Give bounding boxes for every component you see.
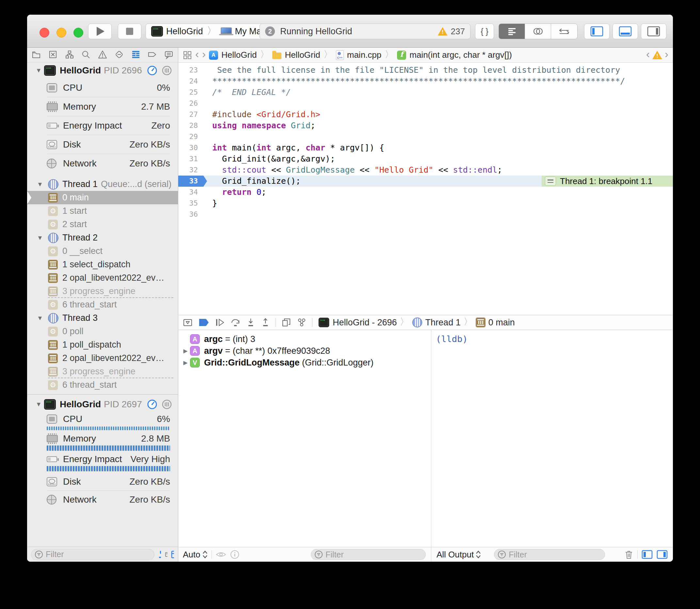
variable-row[interactable]: ▶Aargv = (char **) 0x7ffee9039c28 xyxy=(181,345,431,357)
code-line[interactable]: 25/* END LEGAL */ xyxy=(178,87,673,98)
run-button[interactable] xyxy=(88,23,112,39)
stack-frame-row[interactable]: 0 main xyxy=(27,191,178,204)
gauge-row-disk[interactable]: DiskZero KB/s xyxy=(47,473,170,490)
related-items-icon[interactable] xyxy=(183,51,192,60)
code-line[interactable]: 35} xyxy=(178,198,673,209)
disclosure-triangle[interactable]: ▶ xyxy=(181,348,190,354)
line-number[interactable]: 23 xyxy=(178,65,207,76)
process-row-2696[interactable]: ▼ HelloGrid PID 2696 xyxy=(27,63,178,78)
step-into-icon[interactable] xyxy=(246,317,255,327)
line-number[interactable]: 29 xyxy=(178,131,207,142)
debug-frame-crumb[interactable]: 0 main xyxy=(489,317,515,328)
console-filter-field[interactable] xyxy=(494,549,605,560)
next-issue-button[interactable]: › xyxy=(665,48,668,60)
threads-icon[interactable] xyxy=(161,65,172,76)
gauge-row-memory[interactable]: Memory2.8 MB xyxy=(47,432,170,446)
code-line[interactable]: 30int main(int argc, char * argv[]) { xyxy=(178,142,673,153)
variables-pane-toggle[interactable] xyxy=(642,550,653,559)
code-line[interactable]: 34 return 0; xyxy=(178,187,673,198)
code-line[interactable]: 29 xyxy=(178,131,673,142)
step-out-icon[interactable] xyxy=(261,317,270,327)
console-scope-selector[interactable]: All Output xyxy=(437,550,481,560)
report-navigator-tab[interactable] xyxy=(164,50,174,61)
navigator-filter-input[interactable] xyxy=(46,550,151,559)
navigator-toggle-button[interactable] xyxy=(584,23,610,39)
line-number[interactable]: 28 xyxy=(178,120,207,131)
grid-view-icon[interactable] xyxy=(170,550,174,559)
source-control-tab[interactable] xyxy=(48,50,58,61)
stack-frame-row[interactable]: 0 __select xyxy=(27,244,178,258)
stack-frame-row[interactable]: 3 progress_engine xyxy=(27,284,178,298)
variable-row[interactable]: ▶VGrid::GridLogMessage (Grid::GridLogger… xyxy=(181,357,431,368)
breadcrumb-group[interactable]: HelloGrid xyxy=(285,50,320,60)
gauge-row-cpu[interactable]: CPU6% xyxy=(47,412,170,426)
minimize-window-button[interactable] xyxy=(56,28,66,37)
stack-frame-row[interactable]: 2 opal_libevent2022_ev… xyxy=(27,271,178,284)
stack-frame-row[interactable]: 0 poll xyxy=(27,325,178,338)
flag-filter-icon[interactable] xyxy=(157,550,161,559)
annotation-list-icon[interactable] xyxy=(545,177,556,186)
variables-scope-selector[interactable]: Auto xyxy=(183,550,208,560)
step-over-icon[interactable] xyxy=(230,317,241,327)
disclosure-triangle[interactable]: ▼ xyxy=(37,315,45,322)
line-number[interactable]: 25 xyxy=(178,87,207,98)
code-line[interactable]: 32 std::cout << GridLogMessage << "Hello… xyxy=(178,164,673,176)
gauge-row-energy-impact[interactable]: Energy ImpactZero xyxy=(47,116,170,135)
memory-graph-icon[interactable] xyxy=(297,317,307,327)
variable-row[interactable]: Aargc = (int) 3 xyxy=(181,333,431,345)
stack-frame-row[interactable]: 6 thread_start xyxy=(27,298,178,311)
stop-button[interactable] xyxy=(118,23,141,39)
line-number[interactable]: 34 xyxy=(178,187,207,198)
stack-frame-row[interactable]: 2 opal_libevent2022_ev… xyxy=(27,351,178,365)
stack-frame-row[interactable]: 1 poll_dispatch xyxy=(27,338,178,351)
code-line[interactable]: 31 Grid_init(&argc,&argv); xyxy=(178,153,673,164)
previous-issue-button[interactable]: ‹ xyxy=(646,48,650,60)
debug-thread-crumb[interactable]: Thread 1 xyxy=(425,317,461,328)
activity-viewer[interactable]: 2 Running HelloGrid 237 xyxy=(259,23,471,39)
breadcrumb-project[interactable]: HelloGrid xyxy=(221,50,257,60)
continue-icon[interactable] xyxy=(215,318,225,327)
gauge-row-memory[interactable]: Memory2.7 MB xyxy=(47,97,170,116)
variables-filter-input[interactable] xyxy=(325,550,422,559)
assistant-editor-button[interactable] xyxy=(525,24,551,39)
debug-process-crumb[interactable]: HelloGrid - 2696 xyxy=(333,317,397,328)
gauge-row-network[interactable]: NetworkZero KB/s xyxy=(47,490,170,508)
process-row-2697[interactable]: ▼ HelloGrid PID 2697 xyxy=(27,397,178,412)
stack-frame-row[interactable]: 1 start xyxy=(27,204,178,218)
test-navigator-tab[interactable] xyxy=(114,50,124,61)
line-number[interactable]: 32 xyxy=(178,164,207,176)
disclosure-triangle[interactable]: ▼ xyxy=(37,181,45,188)
quicklook-icon[interactable] xyxy=(216,551,226,558)
line-number[interactable]: 26 xyxy=(178,98,207,109)
threads-icon[interactable] xyxy=(161,399,172,410)
gauge-row-disk[interactable]: DiskZero KB/s xyxy=(47,135,170,154)
line-number[interactable]: 33 xyxy=(178,176,207,187)
thread-row[interactable]: ▼Thread 2 xyxy=(27,231,178,244)
info-icon[interactable] xyxy=(230,550,239,559)
symbol-navigator-tab[interactable] xyxy=(65,50,74,61)
breakpoint-navigator-tab[interactable] xyxy=(147,50,157,61)
close-window-button[interactable] xyxy=(39,28,49,37)
console-filter-input[interactable] xyxy=(509,550,601,559)
issue-navigator-tab[interactable] xyxy=(98,50,107,61)
stack-frame-row[interactable]: 1 select_dispatch xyxy=(27,258,178,271)
search-navigator-tab[interactable] xyxy=(81,50,91,61)
breakpoint-annotation[interactable]: Thread 1: breakpoint 1.1 xyxy=(542,176,673,187)
back-button[interactable]: ‹ xyxy=(195,48,199,60)
code-line[interactable]: 24**************************************… xyxy=(178,76,673,87)
line-number[interactable]: 31 xyxy=(178,153,207,164)
gauge-row-energy-impact[interactable]: Energy ImpactVery High xyxy=(47,452,170,466)
line-number[interactable]: 30 xyxy=(178,142,207,153)
trash-icon[interactable] xyxy=(624,550,633,559)
view-hierarchy-icon[interactable] xyxy=(281,317,291,327)
line-number[interactable]: 36 xyxy=(178,209,207,220)
code-line[interactable]: 36 xyxy=(178,209,673,220)
thread-row[interactable]: ▼Thread 3 xyxy=(27,311,178,325)
disclosure-triangle[interactable]: ▼ xyxy=(37,234,45,242)
gauge-row-cpu[interactable]: CPU0% xyxy=(47,78,170,97)
line-number[interactable]: 27 xyxy=(178,109,207,120)
source-editor[interactable]: 23 See the full license in the file "LIC… xyxy=(178,63,673,315)
disclosure-triangle[interactable]: ▼ xyxy=(36,401,44,408)
breadcrumb-symbol[interactable]: main(int argc, char * argv[]) xyxy=(409,50,512,60)
thread-row[interactable]: ▼Thread 1Queue:...d (serial) xyxy=(27,177,178,191)
